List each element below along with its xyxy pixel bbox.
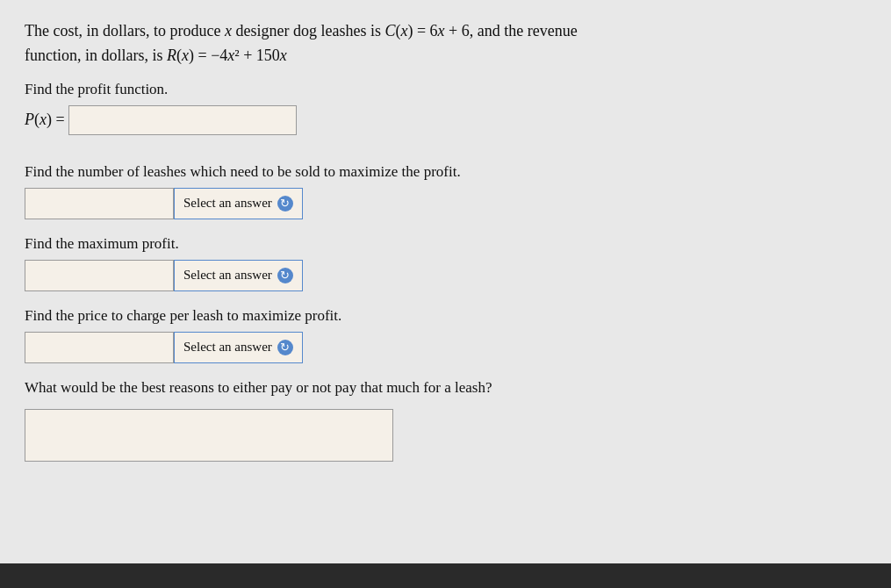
section-max-profit: Find the maximum profit. Select an answe… xyxy=(25,235,866,291)
num-leashes-input[interactable] xyxy=(25,188,174,219)
chevron-icon-2: ↻ xyxy=(277,268,293,283)
bottom-bar xyxy=(0,563,891,588)
intro-text-line2: function, in dollars, is R(x) = −4x² + 1… xyxy=(25,47,287,64)
intro-text-line1: The cost, in dollars, to produce x desig… xyxy=(25,22,578,39)
select-answer-btn-3[interactable]: Select an answer ↻ xyxy=(174,332,303,363)
select-answer-label-3: Select an answer xyxy=(183,340,272,355)
best-reasons-textarea[interactable] xyxy=(25,409,393,462)
section-profit-function: Find the profit function. P(x) = xyxy=(25,81,866,147)
section5-label: What would be the best reasons to either… xyxy=(25,379,866,397)
profit-prefix: P(x) = xyxy=(25,111,65,129)
select-answer-btn-1[interactable]: Select an answer ↻ xyxy=(174,188,303,219)
page-container: The cost, in dollars, to produce x desig… xyxy=(0,0,891,588)
select-answer-label-2: Select an answer xyxy=(183,268,272,283)
section4-label: Find the price to charge per leash to ma… xyxy=(25,307,866,325)
chevron-icon-3: ↻ xyxy=(277,340,293,355)
price-leash-input[interactable] xyxy=(25,332,174,363)
select-answer-label-1: Select an answer xyxy=(183,196,272,211)
select-answer-btn-2[interactable]: Select an answer ↻ xyxy=(174,260,303,291)
max-profit-input[interactable] xyxy=(25,260,174,291)
section2-label: Find the number of leashes which need to… xyxy=(25,163,866,181)
section-price-leash: Find the price to charge per leash to ma… xyxy=(25,307,866,363)
problem-statement: The cost, in dollars, to produce x desig… xyxy=(25,19,866,68)
section1-label: Find the profit function. xyxy=(25,81,866,98)
section-best-reasons: What would be the best reasons to either… xyxy=(25,379,866,466)
profit-function-input[interactable] xyxy=(68,105,297,135)
section3-label: Find the maximum profit. xyxy=(25,235,866,253)
section-num-leashes: Find the number of leashes which need to… xyxy=(25,163,866,219)
chevron-icon-1: ↻ xyxy=(277,196,293,212)
